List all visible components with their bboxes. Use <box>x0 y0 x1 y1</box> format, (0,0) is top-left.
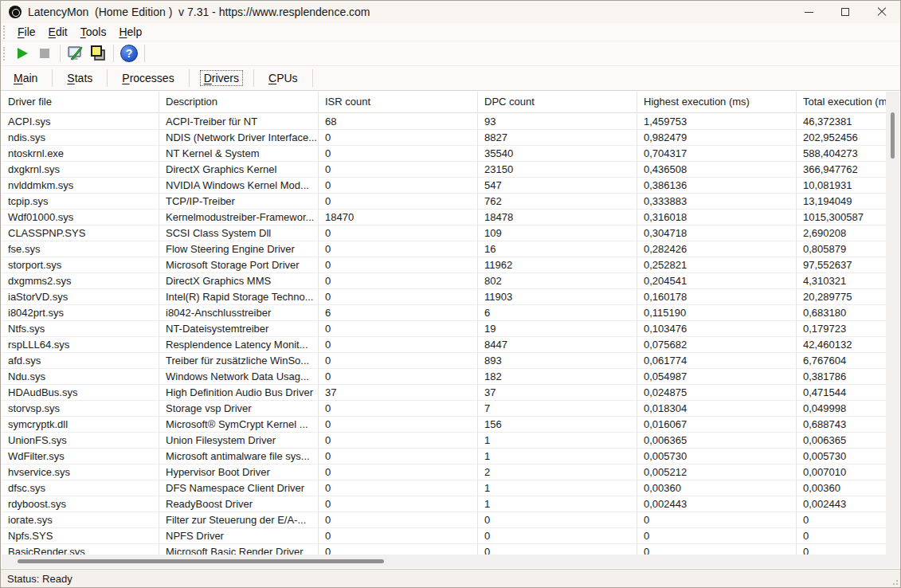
maximize-button[interactable] <box>827 1 864 23</box>
cell-description: DirectX Graphics MMS <box>159 273 319 289</box>
table-row[interactable]: Ndu.sysWindows Network Data Usag...01820… <box>2 369 886 385</box>
menu-item-file[interactable]: File <box>11 24 42 40</box>
tab-drivers[interactable]: Drivers <box>190 69 254 87</box>
cell-total: 97,552637 <box>797 257 886 273</box>
cell-isr: 0 <box>319 496 478 512</box>
tab-bar: MainStatsProcessesDriversCPUs <box>1 66 900 91</box>
cell-file: dfsc.sys <box>2 480 159 496</box>
copy-report-button[interactable] <box>87 43 109 64</box>
vertical-scrollbar[interactable] <box>886 92 899 555</box>
table-row[interactable]: dxgmms2.sysDirectX Graphics MMS08020,204… <box>2 273 886 289</box>
cell-highest: 0,282426 <box>637 241 797 257</box>
cell-isr: 0 <box>319 289 478 305</box>
tab-processes[interactable]: Processes <box>108 69 189 87</box>
horizontal-scrollbar[interactable] <box>2 555 886 568</box>
cell-file: afd.sys <box>2 353 159 369</box>
toolbar-grip[interactable] <box>3 47 7 61</box>
cell-dpc: 0 <box>478 528 637 544</box>
cell-dpc: 762 <box>478 194 637 210</box>
table-row[interactable]: tcpip.sysTCP/IP-Treiber07620,33388313,19… <box>2 194 886 210</box>
table-row[interactable]: nvlddmkm.sysNVIDIA Windows Kernel Mod...… <box>2 178 886 194</box>
toolbar-grip[interactable] <box>3 25 7 39</box>
column-header-dpc[interactable]: DPC count <box>478 92 637 112</box>
table-row[interactable]: Npfs.SYSNPFS Driver0000 <box>2 528 886 544</box>
cell-isr: 0 <box>319 449 478 465</box>
help-button[interactable]: ? <box>118 43 140 64</box>
menu-item-edit[interactable]: Edit <box>42 24 74 40</box>
table-row[interactable]: CLASSPNP.SYSSCSI Class System Dll01090,3… <box>2 225 886 241</box>
cell-file: tcpip.sys <box>2 194 159 210</box>
cell-description: Microsoft® SymCrypt Kernel ... <box>159 417 319 433</box>
cell-file: UnionFS.sys <box>2 433 159 449</box>
minimize-button[interactable] <box>790 1 827 23</box>
tab-cpus[interactable]: CPUs <box>254 69 313 87</box>
horizontal-scrollbar-thumb[interactable] <box>18 559 384 563</box>
table-row[interactable]: storport.sysMicrosoft Storage Port Drive… <box>2 257 886 273</box>
table-row[interactable]: dxgkrnl.sysDirectX Graphics Kernel023150… <box>2 162 886 178</box>
tab-label: CPUs <box>265 71 301 85</box>
window-controls <box>790 1 900 23</box>
table-row[interactable]: ACPI.sysACPI-Treiber für NT68931,4597534… <box>2 114 886 130</box>
close-button[interactable] <box>864 1 900 23</box>
menu-item-tools[interactable]: Tools <box>74 24 113 40</box>
tab-label: Stats <box>64 71 96 85</box>
cell-description: NT Kernel & System <box>159 146 319 162</box>
cell-file: Ntfs.sys <box>2 321 159 337</box>
table-row[interactable]: iaStorVD.sysIntel(R) Rapid Storage Techn… <box>2 289 886 305</box>
table-row[interactable]: symcryptk.dllMicrosoft® SymCrypt Kernel … <box>2 417 886 433</box>
table-row[interactable]: afd.sysTreiber für zusätzliche WinSo...0… <box>2 353 886 369</box>
table-row[interactable]: i8042prt.sysi8042-Anschlusstreiber660,11… <box>2 305 886 321</box>
column-header-highest[interactable]: Highest execution (ms) <box>637 92 797 112</box>
table-row[interactable]: ntoskrnl.exeNT Kernel & System0355400,70… <box>2 146 886 162</box>
vertical-scrollbar-thumb[interactable] <box>891 112 895 159</box>
table-row[interactable]: ndis.sysNDIS (Network Driver Interface..… <box>2 130 886 146</box>
column-header-description[interactable]: Description <box>159 92 319 112</box>
table-row[interactable]: hvservice.sysHypervisor Boot Driver020,0… <box>2 465 886 480</box>
drivers-table: Driver fileDescriptionISR countDPC count… <box>2 92 899 568</box>
cell-highest: 0,002443 <box>637 496 797 512</box>
start-monitoring-button[interactable] <box>11 43 33 64</box>
cell-file: hvservice.sys <box>2 465 159 480</box>
menu-item-help[interactable]: Help <box>112 24 148 40</box>
table-row[interactable]: rspLLL64.sysResplendence Latency Monit..… <box>2 337 886 353</box>
table-row[interactable]: HDAudBus.sysHigh Definition Audio Bus Dr… <box>2 385 886 401</box>
column-header-isr[interactable]: ISR count <box>319 92 478 112</box>
table-row[interactable]: Ntfs.sysNT-Dateisystemtreiber0190,103476… <box>2 321 886 337</box>
table-row[interactable]: WdFilter.sysMicrosoft antimalware file s… <box>2 449 886 465</box>
cell-description: SCSI Class System Dll <box>159 225 319 241</box>
cell-dpc: 8827 <box>478 130 637 146</box>
cell-isr: 0 <box>319 130 478 146</box>
stop-monitoring-button[interactable] <box>33 43 56 64</box>
cell-description: NVIDIA Windows Kernel Mod... <box>159 178 319 194</box>
cell-file: HDAudBus.sys <box>2 385 159 401</box>
cell-dpc: 156 <box>478 417 637 433</box>
cell-total: 0,805879 <box>797 241 886 257</box>
cell-highest: 0,016067 <box>637 417 797 433</box>
cell-highest: 0,982479 <box>637 130 797 146</box>
table-row[interactable]: dfsc.sysDFS Namespace Client Driver010,0… <box>2 480 886 496</box>
column-header-file[interactable]: Driver file <box>2 92 159 112</box>
cell-description: Flow Steering Engine Driver <box>159 241 319 257</box>
table-row[interactable]: iorate.sysFilter zur Steuerung der E/A-.… <box>2 512 886 528</box>
table-row[interactable]: storvsp.sysStorage vsp Driver070,0183040… <box>2 401 886 417</box>
cell-highest: 0,436508 <box>637 162 797 178</box>
resize-grip-icon[interactable] <box>890 577 898 585</box>
options-button[interactable] <box>65 43 87 64</box>
cell-file: WdFilter.sys <box>2 449 159 465</box>
cell-highest: 0,018304 <box>637 401 797 417</box>
cell-file: ntoskrnl.exe <box>2 146 159 162</box>
table-row[interactable]: Wdf01000.sysKernelmodustreiber-Framewor.… <box>2 210 886 225</box>
table-row[interactable]: UnionFS.sysUnion Filesystem Driver010,00… <box>2 433 886 449</box>
cell-dpc: 7 <box>478 401 637 417</box>
cell-dpc: 1 <box>478 496 637 512</box>
cell-highest: 0,316018 <box>637 210 797 225</box>
column-header-total[interactable]: Total execution (ms) <box>797 92 899 112</box>
cell-total: 13,194049 <box>797 194 886 210</box>
tab-main[interactable]: Main <box>4 69 53 87</box>
tab-stats[interactable]: Stats <box>53 69 108 87</box>
table-row[interactable]: fse.sysFlow Steering Engine Driver0160,2… <box>2 241 886 257</box>
cell-description: TCP/IP-Treiber <box>159 194 319 210</box>
table-row[interactable]: BasicRender.sysMicrosoft Basic Render Dr… <box>2 544 886 555</box>
cell-file: Ndu.sys <box>2 369 159 385</box>
table-row[interactable]: rdyboost.sysReadyBoost Driver010,0024430… <box>2 496 886 512</box>
